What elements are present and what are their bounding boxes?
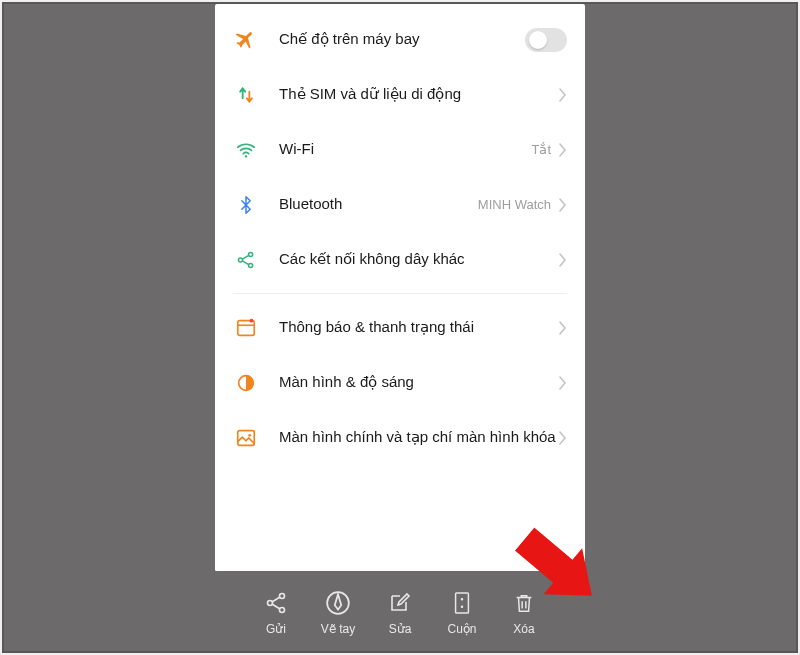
row-label: Bluetooth <box>279 194 478 214</box>
sim-data-icon <box>233 82 259 108</box>
airplane-icon <box>233 27 259 53</box>
trash-icon <box>511 590 537 616</box>
crop-corner-icon <box>215 553 233 571</box>
row-value: Tắt <box>531 142 551 157</box>
row-value: MINH Watch <box>478 197 551 212</box>
chevron-right-icon <box>559 321 567 335</box>
tutorial-frame: Chế độ trên máy bay Thẻ SIM và dữ liệu d… <box>2 2 798 653</box>
svg-point-3 <box>249 263 253 267</box>
row-label: Thẻ SIM và dữ liệu di động <box>279 84 559 104</box>
toolbar-label: Cuộn <box>447 622 476 636</box>
chevron-right-icon <box>559 376 567 390</box>
scroll-button[interactable]: Cuộn <box>431 590 493 636</box>
row-airplane-mode[interactable]: Chế độ trên máy bay <box>233 12 567 67</box>
row-label: Màn hình chính và tạp chí màn hình khóa <box>279 427 559 447</box>
send-button[interactable]: Gửi <box>245 590 307 636</box>
row-other-wireless[interactable]: Các kết nối không dây khác <box>233 232 567 287</box>
row-bluetooth[interactable]: Bluetooth MINH Watch <box>233 177 567 232</box>
phone-screenshot: Chế độ trên máy bay Thẻ SIM và dữ liệu d… <box>215 4 585 651</box>
row-label: Màn hình & độ sáng <box>279 372 559 392</box>
toolbar-label: Vẽ tay <box>321 622 355 636</box>
edit-button[interactable]: Sửa <box>369 590 431 636</box>
svg-rect-4 <box>238 320 255 335</box>
pen-circle-icon <box>325 590 351 616</box>
svg-rect-14 <box>456 593 469 613</box>
svg-point-2 <box>249 252 253 256</box>
toolbar-label: Gửi <box>266 622 286 636</box>
edit-square-icon <box>387 590 413 616</box>
notification-bar-icon <box>233 315 259 341</box>
scroll-capture-icon <box>449 590 475 616</box>
chevron-right-icon <box>559 253 567 267</box>
bluetooth-icon <box>233 192 259 218</box>
chevron-right-icon <box>559 431 567 445</box>
chevron-right-icon <box>559 198 567 212</box>
row-label: Thông báo & thanh trạng thái <box>279 317 559 337</box>
svg-rect-8 <box>238 430 255 445</box>
svg-point-9 <box>248 433 251 436</box>
row-label: Wi-Fi <box>279 139 531 159</box>
toolbar-label: Sửa <box>389 622 412 636</box>
share-nodes-icon <box>233 247 259 273</box>
svg-point-6 <box>250 318 254 322</box>
section-divider <box>233 293 567 294</box>
row-label: Chế độ trên máy bay <box>279 29 525 49</box>
row-sim-data[interactable]: Thẻ SIM và dữ liệu di động <box>233 67 567 122</box>
draw-button[interactable]: Vẽ tay <box>307 590 369 636</box>
row-home-lockscreen[interactable]: Màn hình chính và tạp chí màn hình khóa <box>233 410 567 465</box>
wifi-icon <box>233 137 259 163</box>
svg-point-15 <box>461 599 462 600</box>
screenshot-toolbar: Gửi Vẽ tay Sửa <box>215 571 585 651</box>
row-display-brightness[interactable]: Màn hình & độ sáng <box>233 355 567 410</box>
chevron-right-icon <box>559 88 567 102</box>
settings-panel: Chế độ trên máy bay Thẻ SIM và dữ liệu d… <box>215 4 585 571</box>
row-wifi[interactable]: Wi-Fi Tắt <box>233 122 567 177</box>
svg-point-16 <box>461 606 462 607</box>
svg-point-0 <box>245 155 247 157</box>
brightness-icon <box>233 370 259 396</box>
chevron-right-icon <box>559 143 567 157</box>
toolbar-label: Xóa <box>513 622 534 636</box>
airplane-toggle[interactable] <box>525 28 567 52</box>
share-icon <box>263 590 289 616</box>
wallpaper-icon <box>233 425 259 451</box>
row-notification-status[interactable]: Thông báo & thanh trạng thái <box>233 300 567 355</box>
svg-point-1 <box>238 257 242 261</box>
row-label: Các kết nối không dây khác <box>279 249 559 269</box>
crop-corner-icon <box>567 553 585 571</box>
delete-button[interactable]: Xóa <box>493 590 555 636</box>
